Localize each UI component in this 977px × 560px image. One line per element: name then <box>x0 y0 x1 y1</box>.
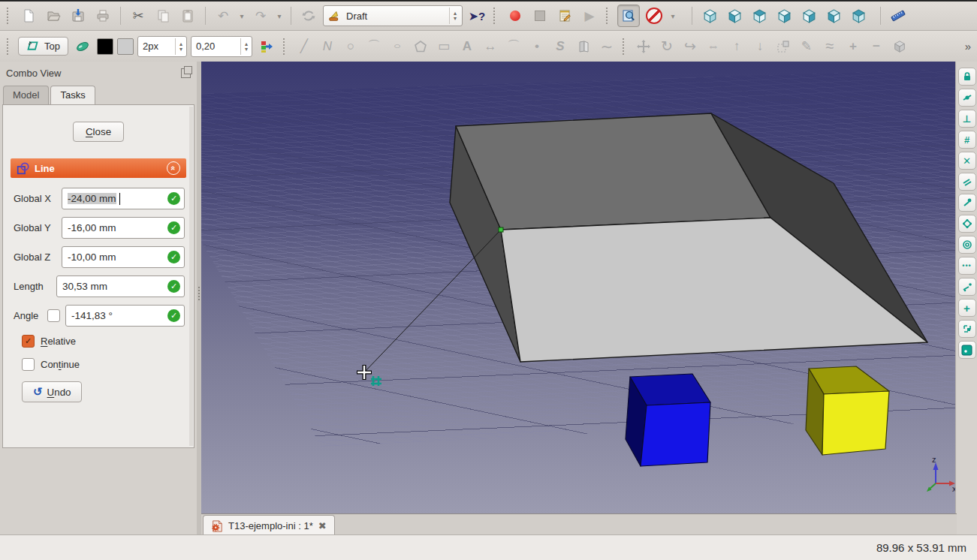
global-x-input[interactable]: -24,00 mm ✓ <box>62 188 185 209</box>
draft-ellipse-button[interactable]: ○ <box>387 39 407 53</box>
toggle-grid-button[interactable] <box>958 341 976 359</box>
draft-shape2dview-button[interactable] <box>890 36 909 57</box>
draft-text-button[interactable]: A <box>457 36 477 57</box>
snap-ortho-button[interactable]: ••• <box>958 257 976 275</box>
length-input[interactable]: 30,53 mm ✓ <box>56 275 185 297</box>
global-z-input[interactable]: -10,00 mm ✓ <box>62 246 185 268</box>
cut-button[interactable]: ✂ <box>128 5 149 26</box>
undo-button[interactable]: ↶ <box>213 5 234 26</box>
snap-special-button[interactable] <box>958 215 976 233</box>
toolbar-grip[interactable] <box>7 38 12 55</box>
draft-offset-button[interactable]: ↪ <box>680 36 700 57</box>
open-file-button[interactable] <box>43 5 64 26</box>
continue-checkbox[interactable] <box>22 358 35 371</box>
snap-endpoint-button[interactable] <box>958 89 976 107</box>
draft-point-button[interactable]: • <box>527 36 547 57</box>
line-width-spinner[interactable]: ▴▾ <box>175 38 186 55</box>
macro-stop-button[interactable] <box>529 5 550 26</box>
yellow-cube-front-face[interactable] <box>822 391 889 455</box>
draft-trimex-button[interactable]: ⇔ <box>704 36 723 57</box>
draft-add-point-button[interactable]: + <box>843 36 863 57</box>
draft-move-button[interactable] <box>634 36 653 57</box>
panel-scrollbar[interactable] <box>189 107 193 446</box>
draft-delete-point-button[interactable]: − <box>867 36 886 57</box>
draft-scale-button[interactable] <box>773 36 793 57</box>
snap-parallel-button[interactable] <box>958 173 976 191</box>
measure-distance-button[interactable] <box>888 5 909 26</box>
construction-mode-button[interactable] <box>72 36 93 57</box>
undo-dropdown[interactable]: ▾ <box>237 5 246 26</box>
fit-all-button[interactable] <box>617 5 640 27</box>
undo-task-button[interactable]: ↺ Undo <box>22 381 82 402</box>
snap-center-button[interactable] <box>958 236 976 254</box>
view-left-button[interactable] <box>848 5 869 26</box>
draft-line-button[interactable]: ╱ <box>294 36 314 57</box>
snap-working-plane-button[interactable] <box>958 320 976 338</box>
draft-arc-button[interactable]: ⌒ <box>364 36 384 57</box>
draft-polygon-button[interactable] <box>411 36 430 57</box>
draft-rotate-button[interactable]: ↻ <box>657 36 677 57</box>
tab-model[interactable]: Model <box>3 86 49 104</box>
panel-titlebar[interactable]: Combo View <box>0 62 197 83</box>
macro-play-button[interactable]: ▶ <box>579 5 600 26</box>
draft-shapestring-button[interactable]: S <box>550 36 570 57</box>
draft-rectangle-button[interactable]: ▭ <box>434 36 454 57</box>
draw-style-dropdown[interactable]: ▾ <box>668 5 677 26</box>
view-rear-button[interactable] <box>798 5 819 26</box>
toolbar-grip[interactable] <box>283 38 288 55</box>
collapse-task-icon[interactable]: « <box>167 161 180 175</box>
snap-intersection-button[interactable]: ✕ <box>958 152 976 170</box>
draw-style-button[interactable] <box>644 5 665 26</box>
toolbar-grip[interactable] <box>493 8 499 24</box>
workbench-selector[interactable]: Draft ▴▾ <box>323 5 463 26</box>
snap-lock-button[interactable] <box>958 68 976 86</box>
working-plane-button[interactable]: Top <box>18 37 68 56</box>
snap-extension-button[interactable]: + <box>958 299 976 317</box>
print-button[interactable] <box>92 5 113 26</box>
view-bottom-button[interactable] <box>823 5 844 26</box>
draft-downgrade-button[interactable]: ↓ <box>750 36 770 57</box>
blue-cube-front-face[interactable] <box>641 402 710 466</box>
draft-upgrade-button[interactable]: ↑ <box>727 36 746 57</box>
view-front-button[interactable] <box>724 5 745 26</box>
draft-circle-button[interactable]: ○ <box>341 36 360 57</box>
angle-input[interactable]: -141,83 ° ✓ <box>65 305 185 327</box>
relative-checkbox[interactable]: ✓ <box>22 335 35 348</box>
draft-bspline-button[interactable]: ⌒ <box>504 36 523 57</box>
document-tab[interactable]: T13-ejemplo-ini : 1* ✖ <box>203 515 335 536</box>
draft-facebinder-button[interactable] <box>574 36 593 57</box>
macro-edit-button[interactable] <box>554 5 575 26</box>
toolbar-grip[interactable] <box>7 8 12 24</box>
apply-style-button[interactable] <box>256 36 277 57</box>
line-color-swatch[interactable] <box>97 38 113 55</box>
draft-bezier-button[interactable]: ∼ <box>597 36 617 57</box>
scale-spinbox[interactable]: 0,20 ▴▾ <box>191 36 252 57</box>
save-button[interactable] <box>68 5 89 26</box>
toolbar-grip[interactable] <box>623 38 628 55</box>
copy-button[interactable] <box>152 5 173 26</box>
toolbar-overflow-chevron[interactable]: » <box>965 40 972 53</box>
redo-dropdown[interactable]: ▾ <box>275 5 284 26</box>
global-y-input[interactable]: -16,00 mm ✓ <box>62 217 185 239</box>
refresh-button[interactable] <box>298 5 319 26</box>
snap-midpoint-button[interactable]: ⊥ <box>958 110 976 128</box>
line-task-header[interactable]: Line « <box>11 158 186 178</box>
snap-grid-button[interactable]: # <box>958 131 976 149</box>
view-isometric-button[interactable] <box>699 5 720 26</box>
redo-button[interactable]: ↷ <box>250 5 271 26</box>
face-color-swatch[interactable] <box>117 38 134 55</box>
view-top-button[interactable] <box>749 5 770 26</box>
view-right-button[interactable] <box>773 5 795 26</box>
whats-this-button[interactable]: ➤? <box>466 5 487 26</box>
tab-tasks[interactable]: Tasks <box>50 86 95 104</box>
3d-viewport[interactable]: z x <box>201 62 955 513</box>
close-document-icon[interactable]: ✖ <box>318 520 327 531</box>
draft-edit-button[interactable]: ✎ <box>797 36 816 57</box>
draft-dimension-button[interactable]: ↔ <box>481 36 500 57</box>
macro-record-button[interactable] <box>505 5 526 26</box>
snap-angle-button[interactable] <box>958 278 976 296</box>
new-file-button[interactable] <box>18 5 39 26</box>
float-panel-icon[interactable] <box>181 68 191 78</box>
angle-lock-checkbox[interactable] <box>47 309 60 322</box>
draft-wire-to-bspline-button[interactable]: ≈ <box>820 36 840 57</box>
